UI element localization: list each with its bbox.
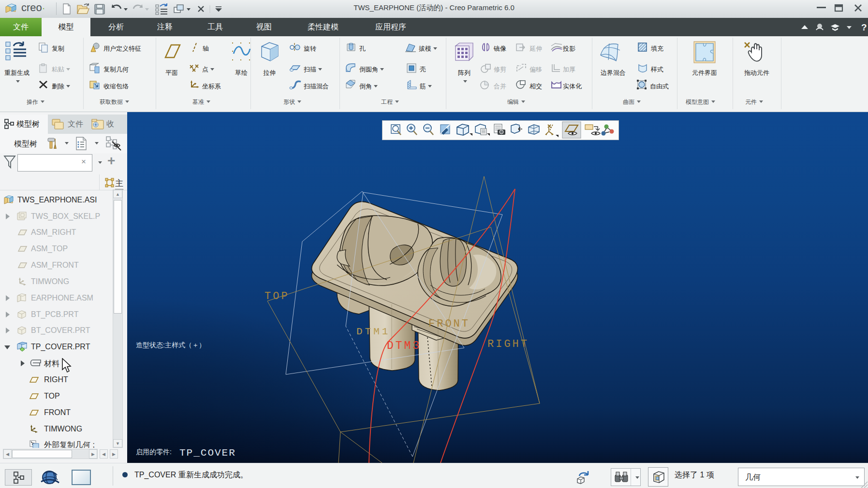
svg-text:造型状态:主样式（＋）: 造型状态:主样式（＋）: [136, 341, 206, 349]
svg-text:RIGHT: RIGHT: [487, 338, 529, 350]
svg-text:TOP: TOP: [265, 290, 290, 302]
svg-text:启用的零件:: 启用的零件:: [136, 448, 172, 456]
svg-text:DTM1: DTM1: [356, 326, 390, 337]
svg-text:?: ?: [861, 22, 867, 32]
svg-text:FRONT: FRONT: [428, 318, 470, 330]
svg-text:DTM3: DTM3: [387, 340, 421, 352]
svg-text:TP_COVER: TP_COVER: [179, 447, 236, 459]
